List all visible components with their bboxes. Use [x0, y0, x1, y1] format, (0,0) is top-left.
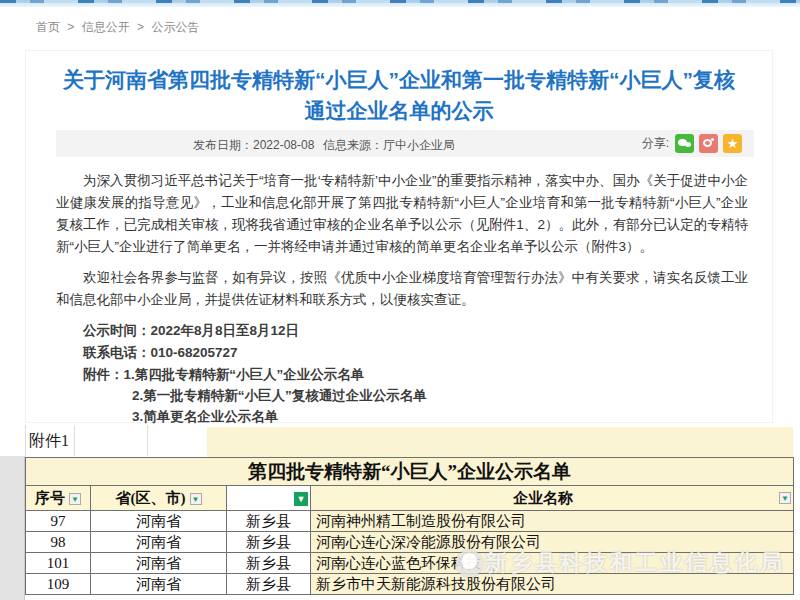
- sheet-left-margin: [0, 456, 25, 600]
- cell-province: 河南省: [91, 532, 227, 553]
- sheet-gridline: [25, 425, 26, 456]
- filter-arrow-icon[interactable]: ▼: [190, 493, 202, 505]
- header-label-province: 省(区、市): [116, 490, 186, 506]
- attachment-sheet: 附件1 第四批专精特新“小巨人”企业公示名单 序号▼ 省(区、市)▼ ▼ ▼企业…: [0, 425, 800, 600]
- cell-province: 河南省: [91, 511, 227, 532]
- header-label-seq: 序号: [35, 490, 65, 506]
- meta-bar: 发布日期：2022-08-08 信息来源：厅中小企业局 分享: ★: [56, 130, 754, 157]
- top-nav-bar: [0, 0, 800, 7]
- weibo-share-icon[interactable]: [699, 134, 718, 153]
- article-card: 关于河南省第四批专精特新“小巨人”企业和第一批专精特新“小巨人”复核通过企业名单…: [25, 50, 773, 423]
- table-row: 101 河南省 新乡县 河南心连心蓝色环保科技（: [26, 553, 794, 574]
- breadcrumb: 首页 > 信息公开 > 公示公告: [36, 19, 203, 36]
- table-row: 97 河南省 新乡县 河南神州精工制造股份有限公司: [26, 511, 794, 532]
- breadcrumb-item-home[interactable]: 首页: [36, 20, 60, 34]
- header-cell-province: 省(区、市)▼: [91, 486, 227, 511]
- cell-county: 新乡县: [227, 511, 311, 532]
- attachment-item-1: 1.第四批专精特新“小巨人”企业公示名单: [124, 367, 365, 382]
- sheet-table: 第四批专精特新“小巨人”企业公示名单 序号▼ 省(区、市)▼ ▼ ▼企业名称 9…: [25, 457, 794, 595]
- cell-seq: 98: [26, 532, 91, 553]
- cell-seq: 97: [26, 511, 91, 532]
- publish-date-label: 发布日期：: [193, 138, 253, 152]
- cell-company: 河南神州精工制造股份有限公司: [311, 511, 794, 532]
- info-source-value: 厅中小企业局: [383, 138, 455, 152]
- cell-province: 河南省: [91, 574, 227, 595]
- contact-phone-line: 联系电话：010-68205727: [56, 342, 748, 364]
- sheet-label: 附件1: [29, 431, 69, 452]
- page-title: 关于河南省第四批专精特新“小巨人”企业和第一批专精特新“小巨人”复核通过企业名单…: [60, 64, 738, 126]
- header-cell-county: ▼: [227, 486, 311, 511]
- sheet-title: 第四批专精特新“小巨人”企业公示名单: [26, 458, 794, 486]
- sheet-title-row: 第四批专精特新“小巨人”企业公示名单: [26, 458, 794, 486]
- share-bar: 分享: ★: [642, 134, 742, 153]
- paragraph-1: 为深入贯彻习近平总书记关于“培育一批‘专精特新’中小企业”的重要指示精神，落实中…: [56, 170, 748, 258]
- cell-company: 新乡市中天新能源科技股份有限公司: [311, 574, 794, 595]
- header-cell-company: ▼企业名称: [311, 486, 794, 511]
- publish-date-value: 2022-08-08: [253, 138, 314, 152]
- attachment-item-3: 3.简单更名企业公示名单: [56, 406, 748, 427]
- favorite-share-icon[interactable]: ★: [723, 134, 742, 153]
- table-row: 98 河南省 新乡县 河南心连心深冷能源股份有限公司: [26, 532, 794, 553]
- breadcrumb-item-notices[interactable]: 公示公告: [151, 20, 199, 34]
- cell-seq: 109: [26, 574, 91, 595]
- cell-company: 河南心连心蓝色环保科技（: [311, 553, 794, 574]
- wechat-share-icon[interactable]: [675, 134, 694, 153]
- sheet-yellow-strip: [207, 427, 793, 457]
- cell-county: 新乡县: [227, 553, 311, 574]
- breadcrumb-separator: >: [67, 20, 74, 34]
- filter-arrow-icon[interactable]: ▼: [779, 492, 791, 504]
- filter-arrow-icon[interactable]: ▼: [69, 493, 81, 505]
- info-source: 信息来源：厅中小企业局: [323, 137, 455, 154]
- breadcrumb-separator: >: [137, 20, 144, 34]
- breadcrumb-item-info-disclosure[interactable]: 信息公开: [82, 20, 130, 34]
- sheet-gridline: [74, 425, 75, 456]
- notice-time-line: 公示时间：2022年8月8日至8月12日: [56, 320, 748, 342]
- page: 首页 > 信息公开 > 公示公告 关于河南省第四批专精特新“小巨人”企业和第一批…: [0, 0, 800, 600]
- attachment-item-2: 2.第一批专精特新“小巨人”复核通过企业公示名单: [56, 385, 748, 406]
- paragraph-2: 欢迎社会各界参与监督，如有异议，按照《优质中小企业梯度培育管理暂行办法》中有关要…: [56, 267, 748, 311]
- attachments-line-1: 附件：1.第四批专精特新“小巨人”企业公示名单: [56, 364, 748, 385]
- sheet-gridline: [147, 425, 148, 456]
- sheet-header-row: 序号▼ 省(区、市)▼ ▼ ▼企业名称: [26, 486, 794, 511]
- cell-company: 河南心连心深冷能源股份有限公司: [311, 532, 794, 553]
- nav-bar-pattern: [0, 0, 800, 3]
- cell-province: 河南省: [91, 553, 227, 574]
- table-row: 109 河南省 新乡县 新乡市中天新能源科技股份有限公司: [26, 574, 794, 595]
- info-source-label: 信息来源：: [323, 138, 383, 152]
- filter-funnel-icon[interactable]: ▼: [294, 492, 308, 506]
- share-label: 分享:: [642, 135, 669, 152]
- article-body: 为深入贯彻习近平总书记关于“培育一批‘专精特新’中小企业”的重要指示精神，落实中…: [56, 170, 748, 459]
- cell-county: 新乡县: [227, 574, 311, 595]
- cell-county: 新乡县: [227, 532, 311, 553]
- header-label-company: 企业名称: [513, 490, 573, 506]
- cell-seq: 101: [26, 553, 91, 574]
- attachments-label: 附件：: [83, 367, 124, 382]
- header-cell-seq: 序号▼: [26, 486, 91, 511]
- publish-date: 发布日期：2022-08-08: [193, 137, 314, 154]
